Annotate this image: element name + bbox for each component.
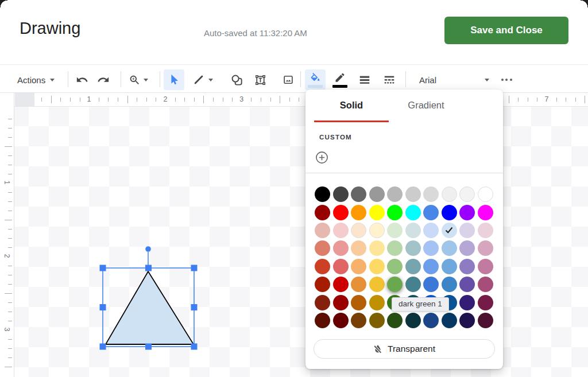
color-swatch[interactable] <box>423 223 439 238</box>
color-swatch[interactable] <box>369 240 385 256</box>
color-swatch[interactable] <box>459 186 475 202</box>
color-swatch[interactable] <box>333 240 349 256</box>
text-box-button[interactable] <box>250 69 270 90</box>
resize-handle-e[interactable] <box>191 304 198 310</box>
save-and-close-button[interactable]: Save and Close <box>444 17 568 44</box>
color-swatch[interactable] <box>442 277 457 292</box>
color-swatch[interactable] <box>423 313 439 328</box>
color-swatch[interactable] <box>333 186 349 202</box>
color-swatch[interactable] <box>387 186 403 202</box>
fill-color-button[interactable] <box>305 69 326 90</box>
color-swatch[interactable] <box>333 223 349 238</box>
select-tool-button[interactable] <box>164 69 184 90</box>
color-swatch[interactable] <box>333 295 349 310</box>
color-swatch[interactable] <box>405 223 421 238</box>
color-swatch[interactable] <box>387 240 403 256</box>
color-swatch[interactable] <box>405 277 421 292</box>
color-swatch[interactable] <box>405 240 421 256</box>
color-swatch[interactable] <box>369 313 385 328</box>
color-swatch[interactable] <box>405 313 421 328</box>
color-swatch[interactable] <box>442 205 457 220</box>
shape-tool-button[interactable] <box>226 69 247 90</box>
color-swatch[interactable] <box>315 277 330 292</box>
border-dash-button[interactable] <box>379 69 400 90</box>
color-swatch[interactable] <box>351 223 366 238</box>
color-swatch[interactable] <box>459 223 475 238</box>
resize-handle-ne[interactable] <box>191 265 198 271</box>
color-swatch[interactable] <box>315 186 330 202</box>
color-swatch[interactable] <box>387 277 403 292</box>
color-swatch[interactable] <box>423 205 439 220</box>
color-swatch[interactable] <box>478 295 493 310</box>
color-swatch[interactable] <box>442 313 457 328</box>
color-swatch[interactable] <box>478 277 493 292</box>
color-swatch[interactable] <box>387 205 403 220</box>
color-swatch[interactable] <box>315 205 330 220</box>
color-swatch[interactable] <box>459 240 475 256</box>
more-options-button[interactable] <box>496 69 517 90</box>
tab-solid[interactable]: Solid <box>314 90 389 122</box>
tab-gradient[interactable]: Gradient <box>389 90 463 122</box>
color-swatch[interactable] <box>351 240 366 256</box>
color-swatch[interactable] <box>442 223 457 238</box>
font-selector[interactable]: Arial <box>410 69 495 90</box>
border-weight-button[interactable] <box>354 69 375 90</box>
color-swatch[interactable] <box>315 240 330 256</box>
color-swatch[interactable] <box>405 205 421 220</box>
color-swatch[interactable] <box>459 313 475 328</box>
actions-menu-button[interactable]: Actions <box>17 69 55 90</box>
color-swatch[interactable] <box>369 186 385 202</box>
color-swatch[interactable] <box>369 205 385 220</box>
color-swatch[interactable] <box>315 223 330 238</box>
color-swatch[interactable] <box>369 277 385 292</box>
color-swatch[interactable] <box>387 313 403 328</box>
zoom-button[interactable] <box>125 69 152 90</box>
color-swatch[interactable] <box>351 277 366 292</box>
rotation-handle[interactable] <box>145 246 151 252</box>
color-swatch[interactable] <box>478 259 493 274</box>
color-swatch[interactable] <box>478 313 493 328</box>
resize-handle-nw[interactable] <box>100 265 106 271</box>
color-swatch[interactable] <box>369 295 385 310</box>
color-swatch[interactable] <box>315 313 330 328</box>
color-swatch[interactable] <box>315 259 330 274</box>
insert-image-button[interactable] <box>278 69 299 90</box>
color-swatch[interactable] <box>333 259 349 274</box>
color-swatch[interactable] <box>442 186 457 202</box>
resize-handle-w[interactable] <box>100 304 106 310</box>
color-swatch[interactable] <box>459 295 475 310</box>
color-swatch[interactable] <box>459 205 475 220</box>
color-swatch[interactable] <box>333 205 349 220</box>
color-swatch[interactable] <box>387 223 403 238</box>
color-swatch[interactable] <box>369 223 385 238</box>
color-swatch[interactable] <box>351 295 366 310</box>
color-swatch[interactable] <box>459 259 475 274</box>
color-swatch[interactable] <box>423 277 439 292</box>
color-swatch[interactable] <box>351 186 366 202</box>
resize-handle-s[interactable] <box>145 344 152 350</box>
color-swatch[interactable] <box>442 240 457 256</box>
triangle-shape[interactable] <box>106 271 194 344</box>
color-swatch[interactable] <box>459 277 475 292</box>
color-swatch[interactable] <box>351 313 366 328</box>
color-swatch[interactable] <box>315 295 330 310</box>
transparent-button[interactable]: Transparent <box>314 339 495 359</box>
color-swatch[interactable] <box>423 186 439 202</box>
resize-handle-n[interactable] <box>145 265 152 271</box>
color-swatch[interactable] <box>478 223 493 238</box>
add-custom-color-button[interactable] <box>315 151 328 164</box>
resize-handle-se[interactable] <box>191 344 198 350</box>
color-swatch[interactable] <box>369 259 385 274</box>
redo-button[interactable] <box>93 69 114 90</box>
color-swatch[interactable] <box>442 259 457 274</box>
color-swatch[interactable] <box>333 313 349 328</box>
color-swatch[interactable] <box>478 205 493 220</box>
color-swatch[interactable] <box>405 259 421 274</box>
color-swatch[interactable] <box>333 277 349 292</box>
color-swatch[interactable] <box>387 259 403 274</box>
color-swatch[interactable] <box>405 186 421 202</box>
color-swatch[interactable] <box>423 240 439 256</box>
undo-button[interactable] <box>72 69 92 90</box>
line-tool-button[interactable] <box>188 69 217 90</box>
color-swatch[interactable] <box>351 205 366 220</box>
